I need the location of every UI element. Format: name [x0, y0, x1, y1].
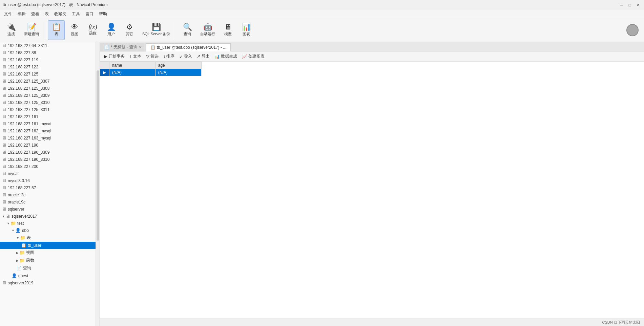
sidebar-scrollbar-thumb[interactable] — [97, 70, 99, 241]
import-button[interactable]: ↙ 导入 — [177, 53, 194, 60]
cell-age[interactable]: (N/A) — [155, 69, 201, 76]
toolbar-separator-2 — [176, 22, 176, 39]
sidebar-item-views-folder[interactable]: ▶📁视图 — [0, 249, 96, 257]
menu-item-查看[interactable]: 查看 — [28, 10, 42, 18]
sidebar-item-192-168-227-119[interactable]: 🖥192.168.227.119 — [0, 56, 96, 63]
toolbar-sqlserver-backup-button[interactable]: 💾 SQL Server 备份 — [139, 20, 173, 40]
sidebar-item-mysql8-0-16[interactable]: 🖥mysql8.0.16 — [0, 177, 96, 184]
sidebar-item-192-168-227-122[interactable]: 🖥192.168.227.122 — [0, 63, 96, 70]
sidebar-item-192-168-227-162-mysql[interactable]: 🖥192.168.227.162_mysql — [0, 127, 96, 134]
item-icon: 🖥 — [2, 121, 6, 126]
sidebar-item-oracle19c[interactable]: 🖥oracle19c — [0, 198, 96, 205]
sidebar-item-192-168-227-190-3309[interactable]: 🖥192.168.227.190_3309 — [0, 149, 96, 156]
sidebar-item-dbo-schema[interactable]: ▼👤dbo — [0, 227, 96, 234]
sidebar-item-sqlserver2017[interactable]: ▼🖥sqlserver2017 — [0, 213, 96, 220]
item-label: 192.168.227.125_3307 — [8, 79, 49, 84]
col-age[interactable]: age — [155, 62, 201, 69]
text-button[interactable]: T 文本 — [127, 53, 143, 60]
sidebar-item-192-168-227-125-3307[interactable]: 🖥192.168.227.125_3307 — [0, 78, 96, 85]
sidebar-item-192-168-227-161-mycat[interactable]: 🖥192.168.227.161_mycat — [0, 120, 96, 127]
query-label: 查询 — [184, 31, 191, 37]
toolbar-connect-button[interactable]: 🔌 连接 — [3, 20, 20, 40]
tab-query[interactable]: 📄 * 无标题 - 查询 ✕ — [100, 43, 146, 51]
avatar[interactable] — [626, 24, 639, 36]
toolbar-function-button[interactable]: f(x) 函数 — [84, 20, 101, 40]
menu-item-工具[interactable]: 工具 — [69, 10, 83, 18]
create-chart-icon: 📈 — [242, 54, 247, 59]
menu-item-帮助[interactable]: 帮助 — [96, 10, 110, 18]
close-button[interactable]: ✕ — [635, 2, 641, 8]
sidebar-scrollbar[interactable] — [96, 42, 100, 326]
sidebar-item-192-168-227-125-3309[interactable]: 🖥192.168.227.125_3309 — [0, 92, 96, 99]
sidebar-item-192-168-227-163-mysql[interactable]: 🖥192.168.227.163_mysql — [0, 134, 96, 142]
sidebar-item-192-168-227-57[interactable]: 🖥192.168.227.57 — [0, 184, 96, 191]
toolbar-other-button[interactable]: ⚙ 其它 — [121, 20, 138, 40]
sidebar-item-funcs-folder[interactable]: ▶📁函数 — [0, 257, 96, 264]
sidebar-item-oracle12c[interactable]: 🖥oracle12c — [0, 191, 96, 198]
tab-query-close[interactable]: ✕ — [139, 45, 142, 49]
expand-arrow[interactable]: ▶ — [16, 259, 19, 262]
cell-name[interactable]: (N/A) — [109, 69, 155, 76]
sidebar-item-192-168-227-125[interactable]: 🖥192.168.227.125 — [0, 70, 96, 78]
expand-arrow[interactable]: ▼ — [7, 222, 10, 225]
menu-item-编辑[interactable]: 编辑 — [15, 10, 28, 18]
filter-button[interactable]: ▽ 筛选 — [144, 53, 161, 60]
menu-item-表[interactable]: 表 — [42, 10, 51, 18]
toolbar-model-button[interactable]: 🖥 模型 — [220, 20, 236, 40]
sidebar-item-192-168-227-200[interactable]: 🖥192.168.227.200 — [0, 163, 96, 170]
item-icon: 🖥 — [2, 185, 6, 190]
col-name[interactable]: name — [109, 62, 155, 69]
sidebar-item-tb-user[interactable]: 📋tb_user — [0, 242, 96, 249]
maximize-button[interactable]: □ — [626, 2, 633, 8]
item-label: 查询 — [23, 265, 31, 271]
create-chart-button[interactable]: 📈 创建图表 — [240, 53, 267, 60]
expand-arrow[interactable]: ▼ — [12, 229, 15, 232]
sidebar-item-tables-folder[interactable]: ▼📁表 — [0, 234, 96, 242]
item-icon: 🖥 — [2, 57, 6, 62]
view-label: 视图 — [71, 31, 78, 37]
item-label: sqlserver — [8, 207, 24, 212]
expand-arrow[interactable]: ▼ — [16, 236, 19, 240]
sidebar-item-sqlserver[interactable]: 🖥sqlserver — [0, 205, 96, 213]
expand-arrow[interactable]: ▼ — [2, 215, 5, 218]
item-icon: 📁 — [11, 221, 16, 226]
menu-item-文件[interactable]: 文件 — [1, 10, 15, 18]
tab-table-icon: 📋 — [150, 45, 155, 50]
sidebar-item-192-168-227-125-3308[interactable]: 🖥192.168.227.125_3308 — [0, 85, 96, 92]
toolbar-chart-button[interactable]: 📊 图表 — [238, 20, 255, 40]
data-gen-button[interactable]: 📊 数据生成 — [212, 53, 239, 60]
sidebar-item-192-168-227-190-3310[interactable]: 🖥192.168.227.190_3310 — [0, 156, 96, 163]
sidebar-item-192-168-227-161[interactable]: 🖥192.168.227.161 — [0, 113, 96, 120]
toolbar-new-query-button[interactable]: 📝 新建查询 — [21, 20, 42, 40]
expand-arrow[interactable]: ▶ — [16, 251, 19, 255]
import-label: 导入 — [184, 53, 192, 59]
toolbar-query-button[interactable]: 🔍 查询 — [179, 20, 196, 40]
toolbar-autorun-button[interactable]: 🤖 自动运行 — [197, 20, 218, 40]
sidebar-item-192-168-227-125-3311[interactable]: 🖥192.168.227.125_3311 — [0, 106, 96, 113]
toolbar-table-button[interactable]: 📋 表 — [48, 20, 65, 40]
tab-table[interactable]: 📋 tb_user @test.dbo (sqlserver2017) - ..… — [146, 43, 231, 51]
sidebar-item-guest-schema[interactable]: 👤guest — [0, 272, 96, 279]
sidebar-item-192-168-227-64-3311[interactable]: 🖥192.168.227.64_3311 — [0, 42, 96, 49]
sidebar-item-192-168-227-190[interactable]: 🖥192.168.227.190 — [0, 142, 96, 149]
minimize-button[interactable]: ─ — [618, 2, 625, 8]
sidebar-item-mycat[interactable]: 🖥mycat — [0, 170, 96, 177]
sort-button[interactable]: ↕ 排序 — [161, 53, 177, 60]
table-container[interactable]: name age ▶ (N/A) (N/A) — [100, 62, 644, 319]
model-icon: 🖥 — [224, 23, 232, 31]
export-button[interactable]: ↗ 导出 — [195, 53, 212, 60]
table-row[interactable]: ▶ (N/A) (N/A) — [100, 69, 202, 76]
query-icon: 🔍 — [183, 23, 192, 31]
sidebar-item-queries-item[interactable]: 📄查询 — [0, 264, 96, 272]
toolbar-view-button[interactable]: 👁 视图 — [66, 20, 83, 40]
sidebar-item-192-168-227-125-3310[interactable]: 🖥192.168.227.125_3310 — [0, 99, 96, 106]
sidebar-item-192-168-227-88[interactable]: 🖥192.168.227.88 — [0, 49, 96, 56]
export-icon: ↗ — [197, 54, 201, 59]
sidebar-item-test-db[interactable]: ▼📁test — [0, 220, 96, 227]
start-task-button[interactable]: ▶ 开始事务 — [102, 53, 127, 60]
sidebar-item-sqlserver2019[interactable]: 🖥sqlserver2019 — [0, 279, 96, 286]
menu-item-收藏夹[interactable]: 收藏夹 — [51, 10, 69, 18]
title-bar: tb_user @test.dbo (sqlserver2017) - 表 - … — [0, 0, 644, 10]
toolbar-user-button[interactable]: 👤 用户 — [103, 20, 120, 40]
menu-item-窗口[interactable]: 窗口 — [83, 10, 96, 18]
